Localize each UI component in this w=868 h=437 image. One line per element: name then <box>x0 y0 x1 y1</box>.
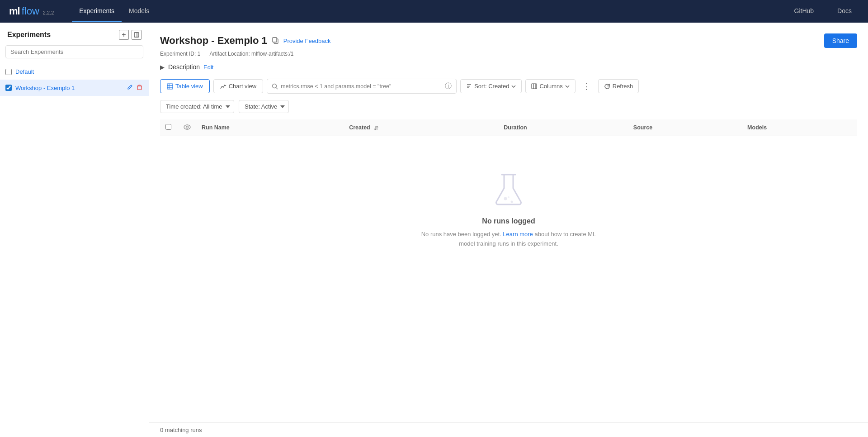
footer: 0 matching runs <box>149 423 868 437</box>
search-icon <box>272 83 278 90</box>
svg-point-9 <box>273 84 277 88</box>
artifact-location: Artifact Location: mlflow-artifacts:/1 <box>209 51 293 57</box>
th-run-name: Run Name <box>196 119 344 136</box>
nav-models[interactable]: Models <box>122 1 156 22</box>
search-filter[interactable]: ⓘ <box>267 79 457 94</box>
svg-point-18 <box>186 126 189 128</box>
table-view-button[interactable]: Table view <box>160 79 210 93</box>
svg-point-21 <box>511 201 513 203</box>
logo-flow: flow <box>22 5 39 17</box>
description-section: ▶ Description Edit <box>160 63 857 71</box>
svg-rect-5 <box>167 84 173 89</box>
th-checkbox <box>160 119 178 136</box>
svg-rect-2 <box>137 86 142 90</box>
default-experiment-name: Default <box>15 68 121 75</box>
sidebar-item-workshop[interactable]: Workshop - Exemplo 1 <box>0 80 149 96</box>
more-options-button[interactable]: ⋮ <box>579 80 594 93</box>
time-filter-select[interactable]: Time created: All time <box>160 100 234 113</box>
collapse-sidebar-button[interactable] <box>132 30 142 40</box>
copy-title-icon[interactable] <box>272 37 279 45</box>
svg-line-10 <box>276 87 278 89</box>
toolbar: Table view Chart view ⓘ Sort: Created Co… <box>160 79 857 94</box>
columns-chevron-icon <box>565 85 570 88</box>
experiment-id: Experiment ID: 1 <box>160 51 200 57</box>
nav-right: GitHub Docs <box>787 1 859 22</box>
main-content: Workshop - Exemplo 1 Provide Feedback Sh… <box>149 23 868 437</box>
share-button[interactable]: Share <box>824 33 857 48</box>
description-label: Description <box>168 63 200 71</box>
learn-more-link[interactable]: Learn more <box>503 231 533 238</box>
svg-rect-14 <box>532 84 537 89</box>
sort-icon <box>466 83 472 89</box>
nav-experiments[interactable]: Experiments <box>72 1 122 22</box>
delete-default-icon[interactable]: 🗑 <box>136 67 143 76</box>
sort-chevron-icon <box>511 85 516 88</box>
empty-desc-before: No runs have been logged yet. <box>421 231 503 238</box>
th-eye <box>178 119 196 136</box>
page-header: Workshop - Exemplo 1 Provide Feedback Sh… <box>160 33 857 48</box>
th-models: Models <box>742 119 857 136</box>
refresh-button[interactable]: Refresh <box>598 79 639 93</box>
empty-state-description: No runs have been logged yet. Learn more… <box>418 230 599 249</box>
sort-created-icon[interactable] <box>373 125 379 131</box>
workshop-experiment-actions <box>126 83 143 92</box>
edit-default-icon[interactable]: ✏️ <box>125 67 134 76</box>
workshop-checkbox[interactable] <box>5 85 12 91</box>
provide-feedback-link[interactable]: Provide Feedback <box>283 38 331 44</box>
columns-label: Columns <box>539 83 562 90</box>
sidebar: Experiments + Default ✏️ 🗑 <box>0 23 149 437</box>
chart-view-label: Chart view <box>229 83 256 90</box>
sidebar-item-default[interactable]: Default ✏️ 🗑 <box>0 64 149 80</box>
eye-icon <box>184 124 191 130</box>
no-runs-icon <box>493 172 524 210</box>
th-source: Source <box>628 119 742 136</box>
search-info-icon[interactable]: ⓘ <box>445 82 452 90</box>
logo: mlflow 2.2.2 <box>9 5 54 17</box>
nav-github[interactable]: GitHub <box>787 1 821 22</box>
refresh-icon <box>604 83 610 90</box>
nav-links: Experiments Models <box>72 1 156 22</box>
table-header: Run Name Created Duration Source Models <box>160 119 857 136</box>
svg-rect-0 <box>134 33 139 37</box>
svg-point-22 <box>508 196 509 198</box>
refresh-label: Refresh <box>613 83 633 90</box>
empty-state-title: No runs logged <box>482 217 535 225</box>
svg-point-17 <box>184 125 190 129</box>
state-filter-select[interactable]: State: Active <box>239 100 289 113</box>
matching-runs-count: 0 matching runs <box>160 427 202 433</box>
svg-point-20 <box>504 197 507 200</box>
logo-version: 2.2.2 <box>43 10 54 15</box>
description-edit-link[interactable]: Edit <box>203 64 213 71</box>
runs-table: Run Name Created Duration Source Models <box>160 119 857 136</box>
select-all-checkbox[interactable] <box>165 124 171 130</box>
search-experiments-input[interactable] <box>5 45 143 58</box>
filters-row: Time created: All time State: Active <box>160 100 857 113</box>
chart-view-button[interactable]: Chart view <box>213 79 263 93</box>
svg-rect-4 <box>273 38 277 42</box>
layout: Experiments + Default ✏️ 🗑 <box>0 23 868 437</box>
logo-ml: ml <box>9 5 20 17</box>
page-title: Workshop - Exemplo 1 <box>160 35 267 47</box>
sort-label: Sort: Created <box>474 83 509 90</box>
sidebar-header: Experiments + <box>0 30 149 45</box>
th-created: Created <box>344 119 498 136</box>
sort-button[interactable]: Sort: Created <box>460 79 522 93</box>
table-view-label: Table view <box>175 83 203 90</box>
columns-icon <box>531 83 537 89</box>
sidebar-title: Experiments <box>7 31 51 39</box>
nav-docs[interactable]: Docs <box>830 1 859 22</box>
search-runs-input[interactable] <box>281 83 442 90</box>
sidebar-icons: + <box>119 30 142 40</box>
top-nav: mlflow 2.2.2 Experiments Models GitHub D… <box>0 0 868 23</box>
edit-workshop-icon[interactable] <box>126 83 134 92</box>
add-experiment-button[interactable]: + <box>119 30 129 40</box>
default-checkbox[interactable] <box>5 69 12 75</box>
empty-state: No runs logged No runs have been logged … <box>160 136 857 285</box>
experiment-meta: Experiment ID: 1 Artifact Location: mlfl… <box>160 51 857 57</box>
description-chevron-icon[interactable]: ▶ <box>160 64 165 71</box>
workshop-experiment-name: Workshop - Exemplo 1 <box>15 85 123 91</box>
columns-button[interactable]: Columns <box>525 79 575 93</box>
th-duration: Duration <box>498 119 628 136</box>
delete-workshop-icon[interactable] <box>136 83 143 92</box>
